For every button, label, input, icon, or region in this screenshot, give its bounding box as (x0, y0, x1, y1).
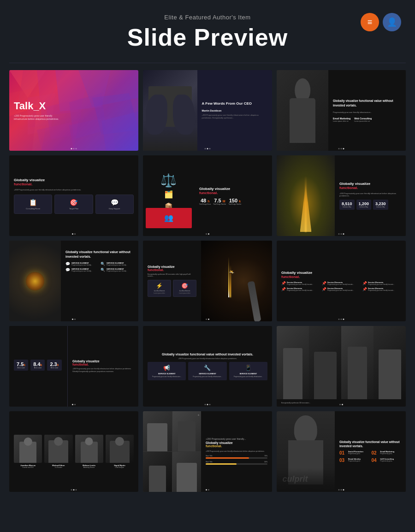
slide-1-dots (71, 148, 77, 149)
dot (339, 404, 341, 405)
dot (76, 489, 77, 491)
slide-6-heading: Globally visualize (339, 182, 401, 186)
header-icons: ≡ 👤 (361, 13, 401, 31)
slide-1[interactable]: Talk_X +200 Progressively grow user frie… (9, 70, 138, 151)
service-elem-1: 💬 SERVICE ELEMENT Progressively grow use… (65, 262, 99, 266)
slides-grid: Talk_X +200 Progressively grow user frie… (0, 65, 415, 506)
slide-11-header: Globally visualize functional value with… (148, 352, 267, 360)
stat-1200: 1,200 Investors Way (356, 200, 372, 210)
stat-3230: 3,230 Investors Way (373, 200, 388, 210)
stat-8510: 8,510 Investors Way (339, 200, 355, 210)
dot (341, 233, 342, 235)
slide-2-image (143, 70, 197, 151)
dot (338, 233, 340, 235)
slide-10[interactable]: 7.5k Metric Label 8.4k Metric Label 2.3k… (9, 326, 138, 407)
dot (208, 489, 209, 491)
service-col-1: 📢 SERVICE ELEMENT Progressively grow use… (148, 362, 186, 380)
slide-8-accent: functional. (148, 268, 196, 272)
card-support: 💬 Easy Support (95, 195, 134, 214)
team-members-row: Jonathan Marcus Founder and CEO Michael … (14, 435, 134, 468)
service-elem-4: 🔍 SERVICE ELEMENT Progressively grow use… (101, 268, 134, 272)
slide-5-accent: functional. (199, 191, 267, 195)
dot (72, 233, 73, 235)
slide-12[interactable]: Energistically synthesize 3D innovation.… (277, 326, 406, 407)
dot (73, 489, 75, 491)
slide-9-grid: 📌 Service Elements Progressively grow us… (281, 281, 401, 291)
dot (343, 319, 344, 320)
slide-7-heading: Globally visualize functional value with… (65, 250, 134, 259)
slide-3-body: Progressively grow user friendly infrast… (333, 111, 401, 113)
slide-13-content: Jonathan Marcus Founder and CEO Michael … (9, 411, 138, 492)
slide-12-footer: Energistically synthesize 3D innovation.… (277, 399, 406, 407)
slide-9[interactable]: Globally visualize functional. 📌 Service… (277, 241, 406, 321)
person-icon: 👤 (387, 17, 397, 27)
dot (343, 233, 344, 235)
slide-4-content: Globally visualize functional. +200 Prog… (9, 155, 138, 236)
slide-7[interactable]: Globally visualize functional value with… (9, 241, 138, 321)
slide-3[interactable]: Globally visualize functional value with… (277, 70, 406, 151)
slide-8-heading: Globally visualize (148, 265, 196, 268)
dot (341, 489, 342, 491)
dot (209, 148, 211, 149)
slide-14-label: +200 Progressively grow user friendly... (206, 437, 267, 440)
web-consulting: Web Consulting Lorem ipsum dolor sit (354, 117, 372, 122)
slide-6[interactable]: Globally visualize functional. +200 Prog… (277, 155, 406, 236)
slide-15-numbered: 01 Social Promotion Progressively grow..… (339, 450, 401, 463)
slide-5[interactable]: ⚖️ 🗂️ 📦 🛒 👥 Globally visualize functiona… (143, 155, 272, 236)
dot (341, 148, 342, 149)
numbered-2: 02 Email Marketing Progressively grow... (372, 450, 402, 455)
member-jonathan: Jonathan Marcus Founder and CEO (14, 435, 42, 468)
slide-2[interactable]: A Few Words From Our CEO Martin Davidson… (143, 70, 272, 151)
slide-14[interactable]: + +200 Progressively grow user friendly.… (143, 411, 272, 492)
slide-1-title: Talk_X (14, 100, 134, 112)
dot (343, 489, 344, 491)
grid-elem-6: 📌 Service Elements Progressively grow us… (362, 287, 401, 291)
slide-2-body: +200 Progressively grow user friendly in… (202, 114, 267, 119)
slide-5-dots (206, 233, 209, 235)
slide-8-image (201, 241, 272, 321)
slide-7-elements: 💬 SERVICE ELEMENT Progressively grow use… (65, 262, 134, 272)
slide-3-heading: Globally visualize functional value with… (333, 99, 401, 107)
slide-7-dots (72, 319, 76, 320)
slide-15-content: Globally visualize functional value with… (335, 411, 406, 492)
slide-11-heading: Globally visualize functional value with… (148, 352, 267, 356)
slide-10-accent: functional. (72, 363, 134, 366)
metric-23k: 2.3k Metric Label (47, 360, 61, 371)
stat-48h: 48 h Total Design Hours (199, 198, 211, 205)
slide-11-body: +200 Progressively grow user friendly in… (148, 358, 267, 360)
slide-8[interactable]: Globally visualize functional. Energisti… (143, 241, 272, 321)
dot (208, 319, 209, 320)
card-target: 🎯 Target Plan (54, 195, 93, 214)
grid-elem-2: 📌 Service Elements Progressively grow us… (322, 281, 361, 285)
slide-11[interactable]: Globally visualize functional value with… (143, 326, 272, 407)
slide-6-content: Globally visualize functional. +200 Prog… (335, 155, 406, 236)
slide-12-image (277, 326, 406, 399)
slide-8-body: Energistically synthesize 3D innovation … (148, 273, 196, 277)
slide-15-heading: Globally visualize functional value with… (339, 440, 401, 448)
dot (208, 233, 209, 235)
slide-15-image: culprit (277, 411, 335, 492)
slide-14-accent: functional. (206, 444, 267, 448)
slide-13-dots (71, 489, 77, 491)
dot (76, 148, 77, 149)
dot (206, 319, 207, 320)
slide-6-body: +200 Progressively grow user friendly in… (339, 192, 401, 197)
slide-6-image (277, 155, 335, 236)
grid-elem-3: 📌 Service Elements Progressively grow us… (362, 281, 401, 285)
dot (72, 404, 73, 405)
slide-13[interactable]: Jonathan Marcus Founder and CEO Michael … (9, 411, 138, 492)
card-consulting: 📋 Consulting Room (14, 195, 52, 214)
slide-15[interactable]: culprit Globally visualize functional va… (277, 411, 406, 492)
elite-author-icon: ≡ (361, 13, 379, 31)
progress-2: Start Title50% (206, 461, 267, 465)
dot (206, 233, 207, 235)
slide-10-dots (72, 404, 76, 405)
dot (74, 319, 76, 320)
slide-4[interactable]: Globally visualize functional. +200 Prog… (9, 155, 138, 236)
dot (338, 489, 340, 491)
slide-4-dots (72, 233, 76, 235)
metrics-row: 7.5k Metric Label 8.4k Metric Label 2.3k… (14, 360, 63, 371)
slide-9-dots (338, 319, 344, 320)
divider (9, 63, 406, 63)
header-title: Slide Preview (9, 24, 406, 51)
